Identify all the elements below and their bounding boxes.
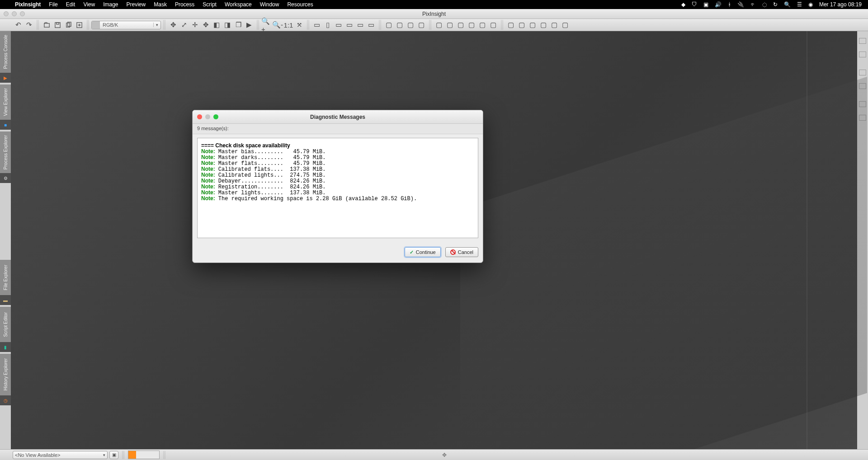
right-thumb-4[interactable] (857, 81, 868, 91)
display-icon[interactable]: ▣ (703, 1, 708, 8)
zoom-fit-button[interactable]: ⤧ (294, 20, 305, 30)
dialog-titlebar[interactable]: Diagnostic Messages (193, 110, 483, 124)
right-thumb-2[interactable] (857, 49, 868, 59)
layout-2-button[interactable]: ▯ (322, 20, 333, 30)
panel-12-button[interactable]: ▢ (516, 20, 527, 30)
panel-11-button[interactable]: ▢ (505, 20, 516, 30)
menu-preview[interactable]: Preview (123, 1, 150, 8)
undo-button[interactable]: ↶ (13, 20, 24, 30)
menu-appname[interactable]: PixInsight (11, 1, 45, 8)
menu-mask[interactable]: Mask (150, 1, 171, 8)
dialog-zoom-icon[interactable] (213, 114, 218, 119)
pointer-tool[interactable]: ▶ (244, 20, 255, 30)
window-right-tool[interactable]: ◨ (222, 20, 233, 30)
fit-tool[interactable]: ⤢ (179, 20, 189, 30)
panel-7-button[interactable]: ▢ (455, 20, 466, 30)
zoom-out-button[interactable]: 🔍- (272, 20, 283, 30)
tab-process-console[interactable]: Process Console (0, 31, 11, 73)
menu-process[interactable]: Process (171, 1, 198, 8)
layout-3-button[interactable]: ▭ (333, 20, 344, 30)
panel-9-button[interactable]: ▢ (477, 20, 488, 30)
layout-1-button[interactable]: ▭ (311, 20, 322, 30)
menu-workspace[interactable]: Workspace (221, 1, 256, 8)
menu-script[interactable]: Script (198, 1, 221, 8)
layout-6-button[interactable]: ▭ (366, 20, 377, 30)
tab-process-console-icon[interactable]: ▶ (0, 73, 11, 83)
battery-icon[interactable]: 🔌 (737, 1, 744, 8)
status-icon[interactable]: ◆ (681, 1, 685, 8)
dialog-window-controls[interactable] (197, 114, 218, 119)
wifi-icon[interactable]: ᯤ (750, 1, 756, 8)
layout-4-button[interactable]: ▭ (344, 20, 355, 30)
sync2-icon[interactable]: ↻ (773, 1, 778, 8)
cancel-button[interactable]: Cancel (445, 247, 478, 257)
layout-5-button[interactable]: ▭ (355, 20, 366, 30)
pan-tool[interactable]: ✥ (200, 20, 211, 30)
volume-icon[interactable]: 🔊 (715, 1, 722, 8)
tab-history-explorer-icon[interactable]: ◷ (0, 395, 11, 405)
tab-file-explorer[interactable]: File Explorer (0, 260, 11, 295)
menu-resources[interactable]: Resources (283, 1, 317, 8)
panel-4-button[interactable]: ▢ (416, 20, 427, 30)
window-left-tool[interactable]: ◧ (211, 20, 222, 30)
panel-3-button[interactable]: ▢ (405, 20, 416, 30)
tab-file-explorer-icon[interactable]: ▬ (0, 295, 11, 305)
siri-icon[interactable]: ◉ (808, 1, 813, 8)
menubar-clock[interactable]: Mer 17 ago 08:19 (819, 1, 862, 8)
copy-button[interactable] (63, 20, 74, 30)
saveas-button[interactable] (74, 20, 85, 30)
move-tool[interactable]: ✥ (168, 20, 179, 30)
window-minimize-icon[interactable] (12, 11, 17, 16)
zoom-in-button[interactable]: 🔍+ (261, 20, 272, 30)
shield-icon[interactable]: ⛉ (692, 1, 697, 8)
panel-14-button[interactable]: ▢ (538, 20, 549, 30)
right-thumb-1[interactable] (857, 36, 868, 46)
window-zoom-icon[interactable] (20, 11, 25, 16)
view-selector[interactable]: <No View Available> ▾ (13, 451, 108, 459)
diagnostic-console[interactable]: ==== Check disk space availability Note:… (197, 138, 478, 238)
menu-image[interactable]: Image (99, 1, 122, 8)
right-thumb-6[interactable] (857, 113, 868, 122)
panel-15-button[interactable]: ▢ (549, 20, 560, 30)
tab-view-explorer[interactable]: View Explorer (0, 84, 11, 120)
panel-5-button[interactable]: ▢ (434, 20, 444, 30)
panel-6-button[interactable]: ▢ (444, 20, 455, 30)
panel-2-button[interactable]: ▢ (394, 20, 405, 30)
center-tool[interactable]: ✛ (189, 20, 200, 30)
window-copy-tool[interactable]: ❐ (233, 20, 244, 30)
tab-history-explorer[interactable]: History Explorer (0, 354, 11, 395)
open-button[interactable] (41, 20, 52, 30)
tab-script-editor[interactable]: Script Editor (0, 307, 11, 342)
readout-swatches[interactable] (128, 451, 160, 459)
dialog-close-icon[interactable] (197, 114, 202, 119)
panel-8-button[interactable]: ▢ (466, 20, 477, 30)
save-button[interactable] (52, 20, 63, 30)
tab-script-editor-icon[interactable]: ▮ (0, 342, 11, 352)
menu-file[interactable]: File (45, 1, 61, 8)
zoom-11-button[interactable]: 1:1 (283, 20, 294, 30)
panel-13-button[interactable]: ▢ (527, 20, 538, 30)
right-thumb-5[interactable] (857, 99, 868, 109)
channel-selector[interactable]: RGB/K ▾ (91, 21, 161, 29)
panel-16-button[interactable]: ▢ (560, 20, 571, 30)
tab-view-explorer-icon[interactable]: ■ (0, 120, 11, 130)
thumbnail-icon (859, 70, 866, 75)
right-thumb-3[interactable] (857, 67, 868, 77)
identify-button[interactable]: ▣ (109, 451, 118, 459)
left-siderail: Process Console ▶ View Explorer ■ Proces… (0, 31, 11, 449)
sync-icon[interactable]: ◌ (762, 1, 767, 8)
tab-process-explorer-icon[interactable]: ⚙ (0, 173, 11, 183)
control-center-icon[interactable]: ☰ (797, 1, 802, 8)
window-close-icon[interactable] (4, 11, 9, 16)
continue-button[interactable]: ✓Continue (405, 247, 441, 257)
bluetooth-icon[interactable]: ᚼ (728, 1, 731, 8)
window-controls[interactable] (4, 11, 25, 16)
spotlight-icon[interactable]: 🔍 (784, 1, 791, 8)
panel-10-button[interactable]: ▢ (488, 20, 499, 30)
menu-window[interactable]: Window (256, 1, 283, 8)
menu-view[interactable]: View (79, 1, 99, 8)
tab-process-explorer[interactable]: Process Explorer (0, 131, 11, 173)
panel-1-button[interactable]: ▢ (383, 20, 394, 30)
menu-edit[interactable]: Edit (62, 1, 80, 8)
redo-button[interactable]: ↷ (24, 20, 34, 30)
